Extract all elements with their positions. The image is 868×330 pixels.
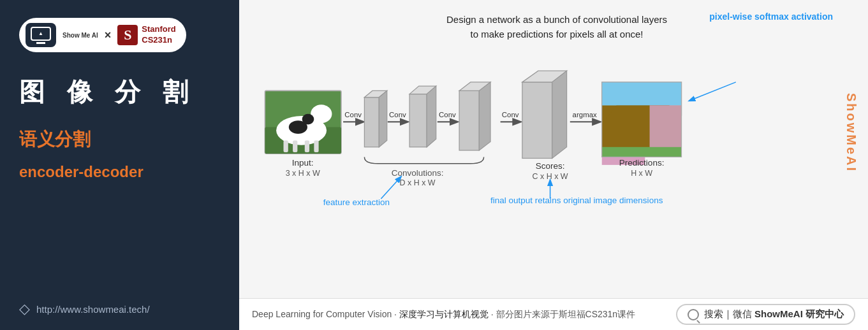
stanford-logo: S Stanford CS231n xyxy=(117,24,175,46)
svg-rect-9 xyxy=(305,140,309,152)
svg-text:3 x H x W: 3 x H x W xyxy=(286,169,320,178)
svg-point-6 xyxy=(302,114,314,125)
svg-rect-10 xyxy=(314,140,318,152)
svg-text:argmax: argmax xyxy=(573,111,597,118)
svg-point-4 xyxy=(311,104,332,123)
showmeai-text: Show Me Al xyxy=(63,31,98,39)
main-content: Design a network as a bunch of convoluti… xyxy=(239,0,868,298)
right-panel: Design a network as a bunch of convoluti… xyxy=(239,0,868,330)
method-label: encoder-decoder xyxy=(19,163,143,181)
left-panel: Show Me Al × S Stanford CS231n 图 像 分 割 语… xyxy=(0,0,239,330)
search-box[interactable]: 搜索｜微信 ShowMeAI 研究中心 xyxy=(676,304,855,325)
page-title: 图 像 分 割 xyxy=(19,75,196,110)
svg-marker-27 xyxy=(479,82,490,150)
subtitle: 语义分割 xyxy=(19,127,91,152)
svg-text:C x H x W: C x H x W xyxy=(533,172,568,181)
svg-text:Predictions:: Predictions: xyxy=(619,158,665,168)
showmeai-watermark: ShowMeAI xyxy=(839,6,863,260)
svg-text:Conv: Conv xyxy=(344,111,362,118)
x-symbol: × xyxy=(105,29,112,42)
svg-rect-8 xyxy=(293,140,297,152)
svg-line-0 xyxy=(689,82,736,101)
svg-marker-22 xyxy=(427,86,436,147)
svg-text:D x H x W: D x H x W xyxy=(400,178,436,187)
diagram-area: Input: 3 x H x W Conv Conv xyxy=(258,53,855,231)
svg-line-31 xyxy=(381,177,401,199)
pixel-wise-label: pixel-wise softmax activation xyxy=(709,11,833,22)
stanford-s-letter: S xyxy=(117,25,138,45)
svg-text:Scores:: Scores: xyxy=(536,161,565,171)
svg-marker-17 xyxy=(379,90,386,147)
svg-rect-34 xyxy=(522,82,552,159)
svg-rect-15 xyxy=(364,97,379,147)
search-icon xyxy=(688,309,699,320)
svg-rect-25 xyxy=(459,90,479,150)
svg-rect-20 xyxy=(409,94,427,147)
svg-text:Input:: Input: xyxy=(292,158,314,168)
svg-text:feature extraction: feature extraction xyxy=(323,197,390,207)
website-url: http://www.showmeai.tech/ xyxy=(36,304,150,315)
svg-marker-36 xyxy=(552,71,567,158)
svg-text:final output retains original : final output retains original image dime… xyxy=(490,196,663,205)
svg-text:Conv: Conv xyxy=(502,111,519,118)
svg-text:Conv: Conv xyxy=(439,111,456,118)
svg-text:Convolutions:: Convolutions: xyxy=(392,168,444,178)
footer-bar: Deep Learning for Computer Vision · 深度学习… xyxy=(239,298,868,330)
search-text: 搜索｜微信 ShowMeAI 研究中心 xyxy=(704,308,844,320)
footer-text: Deep Learning for Computer Vision · 深度学习… xyxy=(252,309,635,320)
svg-text:H x W: H x W xyxy=(631,169,652,178)
network-diagram-svg: Input: 3 x H x W Conv Conv xyxy=(258,53,855,231)
svg-rect-7 xyxy=(284,140,288,152)
showmeai-icon xyxy=(26,23,56,47)
svg-text:Conv: Conv xyxy=(389,111,406,118)
svg-marker-50 xyxy=(602,82,682,105)
svg-rect-52 xyxy=(602,147,682,157)
website-row: ◇ http://www.showmeai.tech/ xyxy=(19,301,150,317)
website-icon: ◇ xyxy=(19,301,30,317)
stanford-text: Stanford CS231n xyxy=(142,24,175,46)
logo-badge: Show Me Al × S Stanford CS231n xyxy=(19,18,186,52)
